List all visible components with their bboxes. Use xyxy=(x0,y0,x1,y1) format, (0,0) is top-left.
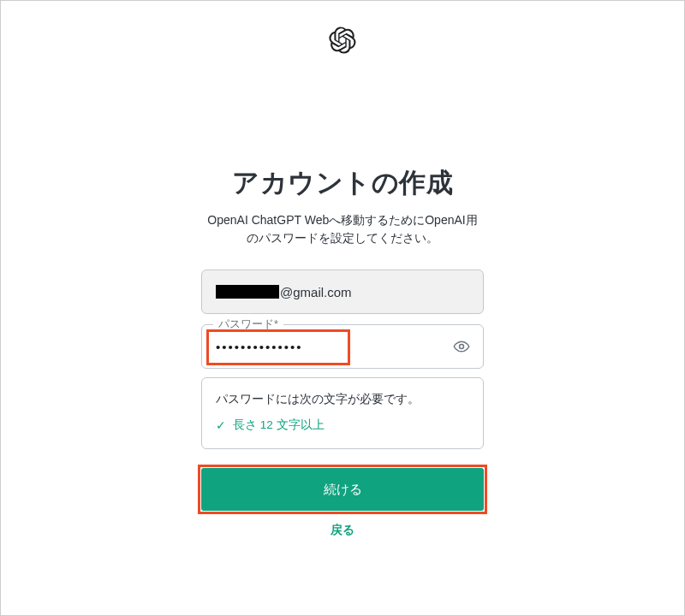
openai-logo xyxy=(329,27,356,54)
password-rule-text: 長さ 12 文字以上 xyxy=(233,418,325,433)
page-title: アカウントの作成 xyxy=(232,165,453,201)
email-domain-part: @gmail.com xyxy=(280,285,352,299)
password-rules-heading: パスワードには次の文字が必要です。 xyxy=(216,392,469,407)
continue-button-wrap: 続ける xyxy=(201,468,484,511)
email-redacted-local xyxy=(216,285,279,299)
password-masked-value[interactable]: •••••••••••••• xyxy=(214,340,452,354)
password-label: パスワード* xyxy=(213,317,283,332)
password-rules: パスワードには次の文字が必要です。 ✓ 長さ 12 文字以上 xyxy=(201,377,484,449)
continue-button[interactable]: 続ける xyxy=(201,468,484,511)
eye-icon[interactable] xyxy=(452,337,471,356)
password-rule-item: ✓ 長さ 12 文字以上 xyxy=(216,418,469,433)
page-subtitle: OpenAI ChatGPT Webへ移動するためにOpenAI用のパスワードを… xyxy=(201,211,484,247)
password-field-wrap: パスワード* •••••••••••••• xyxy=(201,324,484,369)
svg-point-0 xyxy=(460,345,464,349)
email-field: @gmail.com xyxy=(201,270,484,314)
check-icon: ✓ xyxy=(216,419,226,431)
signup-form: アカウントの作成 OpenAI ChatGPT Webへ移動するためにOpenA… xyxy=(201,165,484,538)
back-link[interactable]: 戻る xyxy=(331,523,354,538)
email-value: @gmail.com xyxy=(216,285,352,299)
